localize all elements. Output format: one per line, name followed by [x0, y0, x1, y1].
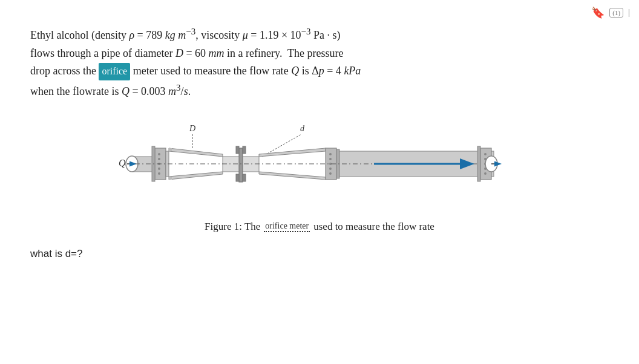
orifice-highlight: orifice [99, 63, 130, 80]
svg-point-42 [484, 172, 487, 175]
problem-line4: when the flowrate is Q = 0.003 m3/s. [30, 85, 191, 97]
svg-marker-13 [169, 172, 223, 180]
svg-rect-21 [236, 174, 239, 181]
svg-marker-12 [169, 148, 223, 157]
svg-rect-37 [477, 146, 480, 181]
svg-point-7 [158, 153, 160, 155]
divider: | [628, 8, 630, 18]
svg-point-11 [158, 172, 160, 175]
svg-point-31 [329, 158, 332, 160]
problem-line1: Ethyl alcohol (density ρ = 789 kg m−3, v… [30, 29, 341, 41]
notification-badge: (1) [609, 8, 623, 18]
figure-caption: Figure 1: The orifice meter used to meas… [205, 221, 434, 233]
caption-text-after: used to measure the flow rate [313, 221, 434, 233]
svg-marker-26 [259, 148, 326, 157]
svg-point-30 [329, 153, 332, 155]
svg-rect-14 [169, 148, 172, 151]
svg-text:d: d [300, 124, 305, 133]
svg-point-34 [329, 172, 332, 175]
svg-point-38 [484, 153, 487, 155]
svg-rect-20 [236, 146, 239, 154]
page-container: Ethyl alcohol (density ρ = 789 kg m−3, v… [0, 0, 639, 278]
bookmark-icon[interactable]: 🔖 [591, 6, 605, 19]
svg-rect-19 [239, 148, 243, 182]
svg-text:Q: Q [119, 158, 126, 168]
question-text: what is d=? [30, 248, 609, 260]
svg-point-10 [158, 167, 160, 170]
orifice-meter-diagram: Q D [114, 113, 525, 216]
question-label: what is d=? [30, 248, 82, 259]
problem-line3: drop across the orifice meter used to me… [30, 65, 361, 77]
svg-point-33 [329, 167, 332, 170]
svg-marker-27 [259, 172, 326, 180]
problem-text: Ethyl alcohol (density ρ = 789 kg m−3, v… [30, 24, 609, 101]
caption-highlight: orifice meter [264, 221, 310, 232]
svg-rect-15 [169, 177, 172, 180]
svg-point-8 [158, 158, 160, 160]
problem-line2: flows through a pipe of diameter D = 60 … [30, 47, 344, 59]
figure-container: Q D [30, 113, 609, 233]
caption-text-before: Figure 1: The [205, 221, 260, 233]
svg-rect-22 [243, 146, 246, 154]
svg-text:D: D [189, 124, 195, 133]
top-right-icons: 🔖 (1) | [591, 6, 630, 19]
svg-rect-23 [243, 174, 246, 181]
